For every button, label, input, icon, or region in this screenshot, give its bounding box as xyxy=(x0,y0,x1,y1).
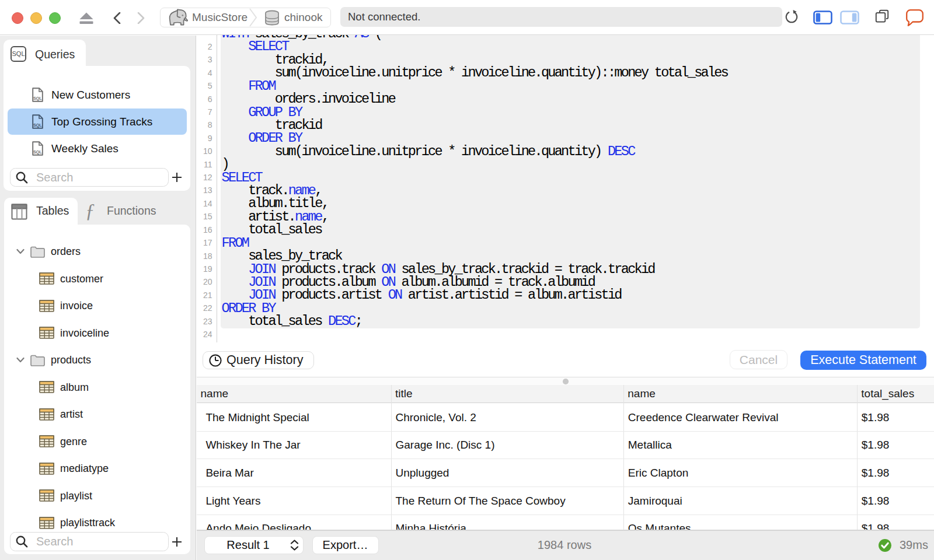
svg-text:SQL: SQL xyxy=(33,149,42,155)
svg-text:SQL: SQL xyxy=(33,96,42,101)
svg-text:SQL: SQL xyxy=(33,123,42,128)
